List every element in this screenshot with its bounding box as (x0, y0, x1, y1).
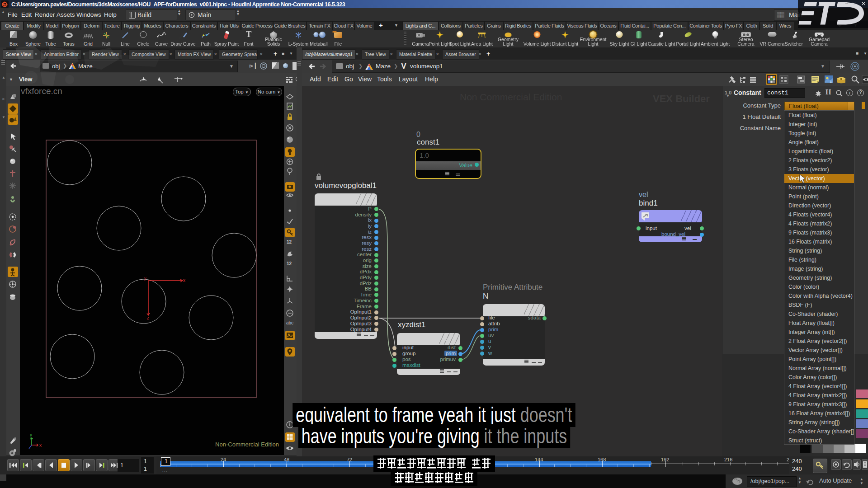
svg-text:x: x (39, 443, 42, 448)
svg-text:x: x (183, 278, 185, 283)
svg-text:y: y (30, 432, 32, 437)
svg-text:y: y (144, 276, 146, 281)
svg-text:z: z (147, 315, 149, 320)
svg-text:+: + (830, 80, 832, 84)
